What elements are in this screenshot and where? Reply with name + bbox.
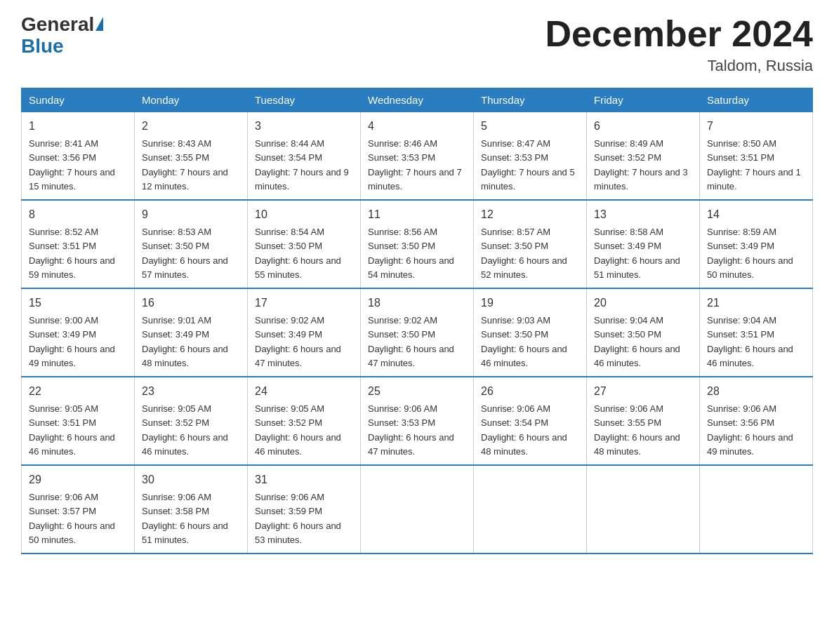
table-row: 11Sunrise: 8:56 AMSunset: 3:50 PMDayligh…: [361, 200, 474, 288]
table-row: 16Sunrise: 9:01 AMSunset: 3:49 PMDayligh…: [135, 288, 248, 377]
calendar-header-row: Sunday Monday Tuesday Wednesday Thursday…: [22, 88, 813, 112]
day-number: 7: [707, 118, 805, 135]
table-row: 6Sunrise: 8:49 AMSunset: 3:52 PMDaylight…: [587, 112, 700, 201]
table-row: 24Sunrise: 9:05 AMSunset: 3:52 PMDayligh…: [248, 377, 361, 465]
table-row: 31Sunrise: 9:06 AMSunset: 3:59 PMDayligh…: [248, 465, 361, 554]
calendar-week-row: 29Sunrise: 9:06 AMSunset: 3:57 PMDayligh…: [22, 465, 813, 554]
table-row: [474, 465, 587, 554]
day-number: 15: [29, 295, 127, 311]
day-number: 9: [142, 206, 240, 223]
table-row: 1Sunrise: 8:41 AMSunset: 3:56 PMDaylight…: [22, 112, 135, 201]
table-row: 2Sunrise: 8:43 AMSunset: 3:55 PMDaylight…: [135, 112, 248, 201]
table-row: 4Sunrise: 8:46 AMSunset: 3:53 PMDaylight…: [361, 112, 474, 201]
day-info: Sunrise: 8:54 AMSunset: 3:50 PMDaylight:…: [255, 227, 341, 280]
day-number: 25: [368, 383, 466, 400]
title-section: December 2024 Taldom, Russia: [545, 14, 813, 75]
day-info: Sunrise: 8:56 AMSunset: 3:50 PMDaylight:…: [368, 227, 454, 280]
col-thursday: Thursday: [474, 88, 587, 112]
day-number: 11: [368, 206, 466, 223]
table-row: 21Sunrise: 9:04 AMSunset: 3:51 PMDayligh…: [700, 288, 813, 377]
day-number: 1: [29, 118, 127, 135]
page-header: General Blue December 2024 Taldom, Russi…: [21, 14, 813, 75]
table-row: 23Sunrise: 9:05 AMSunset: 3:52 PMDayligh…: [135, 377, 248, 465]
day-number: 14: [707, 206, 805, 223]
table-row: 25Sunrise: 9:06 AMSunset: 3:53 PMDayligh…: [361, 377, 474, 465]
table-row: 8Sunrise: 8:52 AMSunset: 3:51 PMDaylight…: [22, 200, 135, 288]
day-info: Sunrise: 8:43 AMSunset: 3:55 PMDaylight:…: [142, 138, 228, 192]
day-number: 4: [368, 118, 466, 135]
table-row: 7Sunrise: 8:50 AMSunset: 3:51 PMDaylight…: [700, 112, 813, 201]
day-info: Sunrise: 8:46 AMSunset: 3:53 PMDaylight:…: [368, 138, 462, 192]
col-tuesday: Tuesday: [248, 88, 361, 112]
day-number: 18: [368, 295, 466, 311]
day-info: Sunrise: 8:44 AMSunset: 3:54 PMDaylight:…: [255, 138, 349, 192]
day-info: Sunrise: 8:52 AMSunset: 3:51 PMDaylight:…: [29, 227, 115, 280]
day-info: Sunrise: 8:49 AMSunset: 3:52 PMDaylight:…: [594, 138, 688, 192]
table-row: 3Sunrise: 8:44 AMSunset: 3:54 PMDaylight…: [248, 112, 361, 201]
calendar-table: Sunday Monday Tuesday Wednesday Thursday…: [21, 88, 813, 554]
logo: General Blue: [21, 14, 103, 58]
table-row: 26Sunrise: 9:06 AMSunset: 3:54 PMDayligh…: [474, 377, 587, 465]
day-info: Sunrise: 9:04 AMSunset: 3:50 PMDaylight:…: [594, 315, 680, 368]
table-row: 30Sunrise: 9:06 AMSunset: 3:58 PMDayligh…: [135, 465, 248, 554]
table-row: 15Sunrise: 9:00 AMSunset: 3:49 PMDayligh…: [22, 288, 135, 377]
day-number: 17: [255, 295, 353, 311]
day-number: 22: [29, 383, 127, 400]
day-number: 8: [29, 206, 127, 223]
table-row: 12Sunrise: 8:57 AMSunset: 3:50 PMDayligh…: [474, 200, 587, 288]
calendar-week-row: 8Sunrise: 8:52 AMSunset: 3:51 PMDaylight…: [22, 200, 813, 288]
day-number: 28: [707, 383, 805, 400]
table-row: [700, 465, 813, 554]
day-info: Sunrise: 8:41 AMSunset: 3:56 PMDaylight:…: [29, 138, 115, 192]
logo-general-text: General: [21, 14, 94, 36]
day-number: 2: [142, 118, 240, 135]
day-info: Sunrise: 9:01 AMSunset: 3:49 PMDaylight:…: [142, 315, 228, 368]
day-number: 30: [142, 471, 240, 488]
day-number: 29: [29, 471, 127, 488]
table-row: 18Sunrise: 9:02 AMSunset: 3:50 PMDayligh…: [361, 288, 474, 377]
day-number: 27: [594, 383, 692, 400]
day-number: 3: [255, 118, 353, 135]
day-info: Sunrise: 9:06 AMSunset: 3:56 PMDaylight:…: [707, 403, 793, 457]
day-number: 26: [481, 383, 579, 400]
day-info: Sunrise: 9:05 AMSunset: 3:52 PMDaylight:…: [255, 403, 341, 457]
col-saturday: Saturday: [700, 88, 813, 112]
day-number: 12: [481, 206, 579, 223]
day-info: Sunrise: 8:57 AMSunset: 3:50 PMDaylight:…: [481, 227, 567, 280]
table-row: 9Sunrise: 8:53 AMSunset: 3:50 PMDaylight…: [135, 200, 248, 288]
table-row: 20Sunrise: 9:04 AMSunset: 3:50 PMDayligh…: [587, 288, 700, 377]
table-row: 19Sunrise: 9:03 AMSunset: 3:50 PMDayligh…: [474, 288, 587, 377]
day-info: Sunrise: 8:50 AMSunset: 3:51 PMDaylight:…: [707, 138, 801, 192]
day-info: Sunrise: 9:06 AMSunset: 3:59 PMDaylight:…: [255, 492, 341, 545]
table-row: 10Sunrise: 8:54 AMSunset: 3:50 PMDayligh…: [248, 200, 361, 288]
day-number: 24: [255, 383, 353, 400]
day-info: Sunrise: 8:58 AMSunset: 3:49 PMDaylight:…: [594, 227, 680, 280]
day-number: 31: [255, 471, 353, 488]
day-number: 13: [594, 206, 692, 223]
calendar-week-row: 1Sunrise: 8:41 AMSunset: 3:56 PMDaylight…: [22, 112, 813, 201]
day-number: 20: [594, 295, 692, 311]
table-row: 29Sunrise: 9:06 AMSunset: 3:57 PMDayligh…: [22, 465, 135, 554]
table-row: 28Sunrise: 9:06 AMSunset: 3:56 PMDayligh…: [700, 377, 813, 465]
day-number: 16: [142, 295, 240, 311]
day-number: 10: [255, 206, 353, 223]
col-monday: Monday: [135, 88, 248, 112]
table-row: [361, 465, 474, 554]
day-info: Sunrise: 9:02 AMSunset: 3:49 PMDaylight:…: [255, 315, 341, 368]
col-wednesday: Wednesday: [361, 88, 474, 112]
month-title: December 2024: [545, 14, 813, 54]
day-number: 6: [594, 118, 692, 135]
table-row: 13Sunrise: 8:58 AMSunset: 3:49 PMDayligh…: [587, 200, 700, 288]
day-number: 5: [481, 118, 579, 135]
table-row: 22Sunrise: 9:05 AMSunset: 3:51 PMDayligh…: [22, 377, 135, 465]
day-info: Sunrise: 8:59 AMSunset: 3:49 PMDaylight:…: [707, 227, 793, 280]
day-info: Sunrise: 9:03 AMSunset: 3:50 PMDaylight:…: [481, 315, 567, 368]
col-sunday: Sunday: [22, 88, 135, 112]
day-info: Sunrise: 9:00 AMSunset: 3:49 PMDaylight:…: [29, 315, 115, 368]
day-info: Sunrise: 9:05 AMSunset: 3:51 PMDaylight:…: [29, 403, 115, 457]
day-info: Sunrise: 9:04 AMSunset: 3:51 PMDaylight:…: [707, 315, 793, 368]
day-info: Sunrise: 9:02 AMSunset: 3:50 PMDaylight:…: [368, 315, 454, 368]
table-row: 14Sunrise: 8:59 AMSunset: 3:49 PMDayligh…: [700, 200, 813, 288]
day-info: Sunrise: 9:06 AMSunset: 3:58 PMDaylight:…: [142, 492, 228, 545]
day-number: 19: [481, 295, 579, 311]
